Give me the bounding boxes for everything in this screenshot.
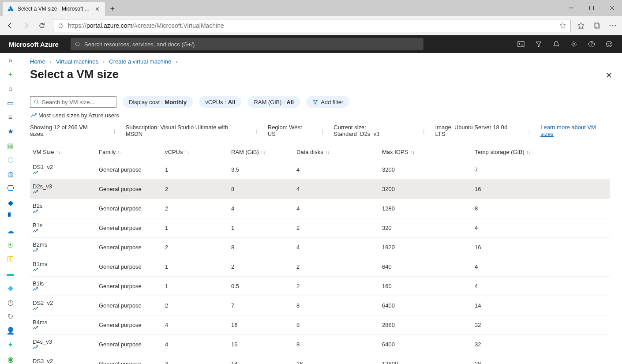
globe-icon[interactable]: ◍ <box>6 169 15 179</box>
close-blade-button[interactable]: ✕ <box>606 71 612 80</box>
refresh-button[interactable] <box>37 21 47 30</box>
svg-point-19 <box>610 43 611 44</box>
browser-tab[interactable]: Select a VM size - Microsoft Azu ✕ <box>3 2 105 16</box>
home-icon[interactable]: ⌂ <box>6 84 15 94</box>
url-protocol: https:// <box>68 22 86 29</box>
filter-icon[interactable] <box>535 40 543 48</box>
disks-cell: 16 <box>294 354 379 364</box>
column-header[interactable]: Family↑↓ <box>96 144 162 160</box>
star-icon[interactable] <box>559 22 566 29</box>
settings-icon[interactable] <box>570 40 578 48</box>
trending-icon <box>33 326 94 331</box>
family-cell: General purpose <box>96 218 162 238</box>
table-row[interactable]: B2msGeneral purpose284192016 <box>30 238 610 257</box>
list-icon[interactable]: ≡ <box>6 113 15 122</box>
sql-icon[interactable]: ▘ <box>6 212 15 221</box>
svg-point-11 <box>75 42 79 45</box>
clock-icon[interactable]: ◷ <box>6 298 15 307</box>
user-icon[interactable]: 👤 <box>6 326 15 335</box>
add-icon[interactable]: + <box>6 70 15 79</box>
search-icon <box>75 41 81 47</box>
svg-line-21 <box>38 103 39 105</box>
ram-filter[interactable]: RAM (GiB) :All <box>247 96 300 108</box>
add-filter-button[interactable]: Add filter <box>306 96 349 108</box>
column-header[interactable]: Data disks↑↓ <box>294 144 379 160</box>
more-icon[interactable] <box>609 22 617 30</box>
table-row[interactable]: D4s_v3General purpose4168640032 <box>30 335 610 354</box>
temp-cell: 4 <box>472 218 610 238</box>
key-icon[interactable]: ⚿ <box>6 255 15 264</box>
bar-icon[interactable]: ▬ <box>6 269 15 278</box>
vm-size-search-input[interactable]: Search by VM size... <box>30 96 116 108</box>
new-tab-button[interactable]: + <box>105 2 120 16</box>
column-header[interactable]: Temp storage (GiB)↑↓ <box>472 144 610 160</box>
svg-point-16 <box>591 45 592 46</box>
iops-cell: 6400 <box>379 335 472 354</box>
circle-icon[interactable]: ◉ <box>6 355 15 364</box>
cloud-shell-icon[interactable] <box>517 40 525 48</box>
disks-cell: 4 <box>294 180 379 199</box>
vm-size-cell: B2ms <box>30 238 96 257</box>
address-bar[interactable]: https://portal.azure.com/#create/Microso… <box>53 19 571 32</box>
help-icon[interactable] <box>588 40 596 48</box>
expand-icon[interactable]: » <box>6 56 15 65</box>
dashboard-icon[interactable]: ▭ <box>6 98 15 108</box>
hex1-icon[interactable]: ⬡ <box>6 155 15 165</box>
column-header[interactable]: VM Size↑↓ <box>30 144 96 160</box>
column-header[interactable]: RAM (GiB)↑↓ <box>229 144 294 160</box>
shield-icon[interactable]: ⛨ <box>6 240 15 250</box>
notifications-icon[interactable] <box>552 40 560 48</box>
tab-close-icon[interactable]: ✕ <box>94 6 101 12</box>
collections-icon[interactable] <box>593 22 601 30</box>
monitor-icon[interactable]: 🖵 <box>6 184 15 193</box>
display-cost-filter[interactable]: Display cost :Monthly <box>123 96 193 108</box>
search-placeholder: Search resources, services, and docs (G+… <box>84 41 195 48</box>
favorite-icon[interactable]: ★ <box>6 127 15 136</box>
back-button[interactable] <box>5 21 15 30</box>
column-header[interactable]: vCPUs↑↓ <box>162 144 229 160</box>
azure-search-input[interactable]: Search resources, services, and docs (G+… <box>71 38 423 50</box>
window-maximize-button[interactable] <box>581 0 602 16</box>
vcpus-filter[interactable]: vCPUs :All <box>199 96 241 108</box>
chevron-right-icon: › <box>176 58 177 65</box>
table-row[interactable]: DS3_v2General purpose414161280028 <box>30 354 610 364</box>
table-row[interactable]: B2sGeneral purpose24412808 <box>30 199 610 218</box>
learn-more-link[interactable]: Learn more about VM sizes <box>540 124 610 137</box>
trending-icon <box>33 229 94 234</box>
grid-icon[interactable]: ▦ <box>6 141 15 150</box>
window-close-button[interactable] <box>602 0 622 16</box>
lock-icon <box>58 23 64 28</box>
table-row[interactable]: B4msGeneral purpose4168288032 <box>30 315 610 335</box>
chevron-right-icon: › <box>103 58 105 65</box>
fn-icon[interactable]: ◆ <box>6 198 15 207</box>
gem-icon[interactable]: ◆ <box>6 283 15 293</box>
iops-cell: 3200 <box>379 180 472 199</box>
vcpus-cell: 2 <box>162 199 229 218</box>
image-info: Image: Ubuntu Server 18.04 LTS <box>435 124 518 137</box>
cloud-icon[interactable]: ☁ <box>6 226 15 236</box>
table-row[interactable]: B1sGeneral purpose1123204 <box>30 218 610 238</box>
loop-icon[interactable]: ↻ <box>6 312 15 321</box>
forward-button[interactable] <box>21 21 31 30</box>
breadcrumb-link[interactable]: Virtual machines <box>56 58 98 65</box>
azure-brand[interactable]: Microsoft Azure <box>9 41 71 48</box>
url-host: portal.azure.com <box>86 22 132 29</box>
iops-cell: 640 <box>379 257 472 277</box>
window-minimize-button[interactable] <box>561 0 581 16</box>
table-row[interactable]: DS2_v2General purpose278640014 <box>30 296 610 315</box>
table-row[interactable]: B1lsGeneral purpose10.521604 <box>30 277 610 296</box>
column-header[interactable]: Max IOPS↑↓ <box>379 144 472 160</box>
breadcrumb-link[interactable]: Create a virtual machine <box>109 58 171 65</box>
temp-cell: 32 <box>472 335 610 354</box>
sparkle-icon[interactable]: ✦ <box>6 340 15 349</box>
ram-cell: 0.5 <box>229 277 294 296</box>
sort-icon: ↑↓ <box>526 150 531 155</box>
table-row[interactable]: DS1_v2General purpose13.5432007 <box>30 160 610 180</box>
azure-favicon-icon <box>7 5 14 12</box>
table-row[interactable]: D2s_v3General purpose284320016 <box>30 180 610 199</box>
table-row[interactable]: B1msGeneral purpose1226404 <box>30 257 610 277</box>
breadcrumb-link[interactable]: Home <box>30 58 45 65</box>
favorites-icon[interactable] <box>577 22 585 30</box>
feedback-icon[interactable] <box>605 40 613 48</box>
trending-icon <box>33 209 94 214</box>
